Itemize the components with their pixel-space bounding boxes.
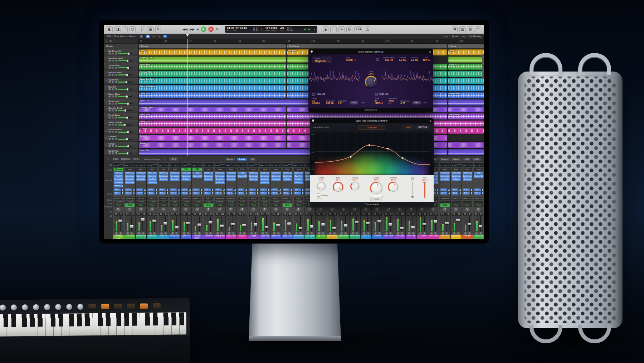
- fader-zone[interactable]: [384, 216, 393, 232]
- channel-strip[interactable]: InputChannel EQCompressorEnsembleBus 1Bu…: [248, 162, 259, 239]
- pan-knob[interactable]: [184, 207, 188, 212]
- send-knob[interactable]: [177, 192, 180, 194]
- fader-handle[interactable]: [456, 219, 460, 221]
- mute-button[interactable]: M: [306, 232, 309, 235]
- volume-handle[interactable]: [124, 124, 126, 126]
- pan-knob[interactable]: [307, 207, 312, 212]
- fx-slot[interactable]: Compressor: [114, 181, 123, 184]
- track-header-row[interactable]: 10Punch BassMSR: [104, 113, 138, 120]
- fx-slot[interactable]: Channel EQ: [238, 175, 247, 178]
- solo-button[interactable]: S: [112, 95, 114, 98]
- solo-button[interactable]: S: [112, 88, 114, 90]
- fx-slot[interactable]: Channel EQ: [440, 172, 449, 175]
- group-slot[interactable]: 1: Synths: [192, 201, 202, 203]
- channel-strip[interactable]: InputAmpChannel EQBus 2Bus 3Stereo Out—R…: [473, 162, 484, 239]
- output-slot[interactable]: Stereo Out: [440, 197, 449, 200]
- audio-region[interactable]: Synth Hook: [448, 64, 484, 70]
- volume-handle[interactable]: [126, 138, 128, 140]
- record-enable-button[interactable]: R: [115, 67, 117, 69]
- fx-slot[interactable]: Compressor: [440, 175, 449, 178]
- send-slot[interactable]: Bus 3: [147, 192, 157, 195]
- eq-control-point[interactable]: [402, 157, 404, 159]
- fader-zone[interactable]: [181, 216, 191, 232]
- filter-chip-midi[interactable]: MIDI: [472, 158, 481, 161]
- channel-strip[interactable]: InputChannel EQCompressorEnsembleBus 2Bu…: [136, 162, 146, 239]
- send-slot[interactable]: Bus 1: [249, 188, 258, 191]
- track-header-row[interactable]: 5Synth PadMSR: [104, 78, 138, 85]
- fx-slot[interactable]: Space Dsgn: [215, 181, 224, 184]
- slider-handle[interactable]: [423, 182, 426, 183]
- send-slot[interactable]: Bus 3: [474, 192, 483, 195]
- solo-button[interactable]: S: [197, 232, 201, 235]
- solo-button[interactable]: S: [366, 232, 370, 235]
- send-knob[interactable]: [189, 192, 191, 194]
- fx-slot[interactable]: Channel EQ: [226, 172, 236, 175]
- volume-handle[interactable]: [127, 67, 129, 69]
- automation-mode[interactable]: Read: [271, 203, 280, 207]
- mute-button[interactable]: M: [108, 67, 111, 69]
- automation-mode[interactable]: Read: [294, 203, 303, 207]
- pan-knob[interactable]: [263, 207, 267, 212]
- view-button-all[interactable]: All: [249, 158, 256, 161]
- fader-handle[interactable]: [344, 224, 347, 227]
- mute-button[interactable]: M: [137, 232, 141, 235]
- solo-button[interactable]: S: [220, 232, 223, 235]
- volume-handle[interactable]: [127, 60, 128, 62]
- automation-mode[interactable]: Read: [136, 203, 146, 207]
- apple-loops-icon[interactable]: ◍: [468, 26, 474, 32]
- fader-zone[interactable]: [170, 216, 179, 232]
- send-slot[interactable]: Bus 1: [294, 188, 303, 191]
- fx-slot[interactable]: Compressor: [181, 175, 191, 178]
- send-slot[interactable]: Bus 2: [204, 188, 213, 191]
- input-slot[interactable]: Input: [249, 168, 258, 171]
- send-slot[interactable]: Bus 3: [215, 192, 224, 195]
- audio-region[interactable]: [448, 85, 484, 91]
- volume-slider[interactable]: [118, 60, 132, 61]
- mute-button[interactable]: M: [115, 232, 118, 235]
- audio-region[interactable]: [448, 78, 484, 84]
- send-slot[interactable]: Bus 3: [452, 192, 461, 195]
- fader-handle[interactable]: [152, 220, 156, 222]
- fx-slot[interactable]: Compressor: [452, 175, 461, 178]
- eq-thumbnail[interactable]: [271, 163, 281, 167]
- send-knob[interactable]: [267, 192, 269, 194]
- solo-icon[interactable]: ◎: [346, 26, 352, 32]
- note-sync-icon[interactable]: ♪: [317, 193, 320, 197]
- track-header-row[interactable]: 9Crunchy SynthMSR: [104, 106, 138, 113]
- fader-zone[interactable]: [328, 216, 337, 232]
- automation-toggle-icon[interactable]: A: [163, 35, 167, 38]
- eq-thumbnail[interactable]: [147, 163, 157, 167]
- post-button[interactable]: Post: [421, 101, 430, 104]
- solo-button[interactable]: S: [112, 117, 114, 119]
- fx-slot[interactable]: Ensemble: [260, 178, 269, 181]
- group-slot[interactable]: 1: Synths: [181, 201, 191, 203]
- input-slot[interactable]: Input: [474, 168, 483, 171]
- fader-zone[interactable]: [260, 216, 269, 232]
- solo-button[interactable]: S: [400, 232, 404, 235]
- fader-handle[interactable]: [220, 225, 224, 227]
- pan-knob[interactable]: [274, 207, 278, 212]
- marquee-tool-icon[interactable]: ▣: [147, 26, 153, 32]
- send-knob[interactable]: [245, 189, 247, 191]
- level-in-field[interactable]: Level In 0.0 dB: [399, 57, 406, 61]
- input-slot[interactable]: Input: [238, 168, 247, 171]
- solo-button[interactable]: S: [434, 232, 437, 235]
- fx-slot[interactable]: AutoFilter: [294, 178, 303, 181]
- solo-button[interactable]: S: [112, 53, 114, 55]
- solo-button[interactable]: S: [112, 124, 114, 126]
- eq-thumbnail[interactable]: [158, 163, 169, 167]
- mute-button[interactable]: M: [317, 232, 321, 235]
- arrange-scrollbar[interactable]: [482, 54, 484, 79]
- list-editors-icon[interactable]: ≣: [452, 26, 458, 32]
- pan-knob[interactable]: [172, 207, 177, 212]
- eq-control-point[interactable]: [350, 156, 352, 158]
- send-slot[interactable]: Bus 2: [159, 192, 168, 195]
- send-slot[interactable]: Bus 1: [192, 188, 202, 191]
- fader-handle[interactable]: [299, 227, 302, 229]
- track-header-row[interactable]: 12Electric PianoMSR: [104, 127, 138, 134]
- track-header-row[interactable]: 8Synth LeadMSR: [104, 99, 138, 106]
- output-slot[interactable]: Stereo Out: [114, 197, 123, 200]
- fx-slot[interactable]: Ensemble: [215, 178, 224, 181]
- group-slot[interactable]: 2: Vocals: [294, 201, 303, 203]
- fx-slot[interactable]: Amp: [238, 172, 247, 175]
